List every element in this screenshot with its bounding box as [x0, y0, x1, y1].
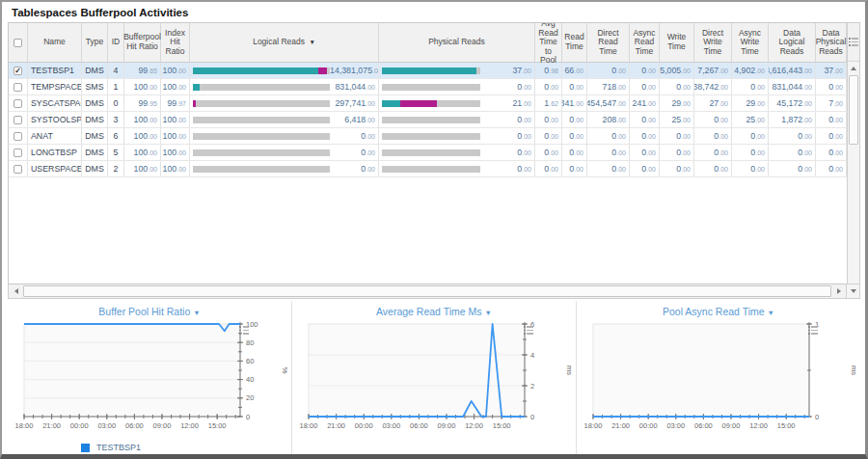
- row-checkbox[interactable]: [14, 148, 22, 157]
- logical_reads-bar: [193, 133, 330, 140]
- column-header-async_read[interactable]: Async Read Time: [630, 23, 660, 62]
- cell-bp_hit: 100.00: [124, 161, 161, 176]
- column-header-avg_pool[interactable]: Avg Read Time to Pool: [535, 23, 562, 62]
- column-chooser-icon[interactable]: [849, 38, 858, 46]
- column-header-write_time[interactable]: Write Time: [660, 23, 694, 62]
- column-header-logical_reads[interactable]: Logical Reads ▼: [190, 23, 379, 62]
- column-header-async_write[interactable]: Async Write Time: [732, 23, 769, 62]
- cell-avg_pool: 0.00: [535, 128, 562, 144]
- column-header-physical_reads[interactable]: Physical Reads: [379, 23, 535, 62]
- row-checkbox[interactable]: [14, 132, 22, 141]
- table-row[interactable]: LONGTBSPDMS5100.00100.000.000.000.000.00…: [9, 145, 847, 161]
- chart-menu-icon[interactable]: [239, 326, 249, 335]
- cell-avg_pool: 0.00: [535, 79, 562, 94]
- column-header-data_logical[interactable]: Data Logical Reads: [769, 23, 816, 62]
- svg-text:2: 2: [530, 382, 534, 391]
- cell-id: 6: [108, 128, 124, 144]
- column-header-idx_hit[interactable]: Index Hit Ratio: [161, 23, 190, 62]
- row-checkbox[interactable]: [14, 99, 22, 108]
- chart-title-label: Average Read Time Ms: [376, 306, 482, 317]
- column-header-direct_read[interactable]: Direct Read Time: [587, 23, 630, 62]
- svg-text:15:00: 15:00: [493, 421, 511, 430]
- table-row[interactable]: SYSTOOLSPACEDMS3100.00100.006,418.000.00…: [9, 112, 847, 128]
- cell-read_time: 0.00: [562, 112, 587, 127]
- cell-bp_hit: 100.00: [124, 79, 161, 94]
- scroll-up-button[interactable]: [848, 62, 859, 74]
- scroll-left-button[interactable]: [9, 284, 22, 298]
- cell-bp_hit: 100.00: [124, 112, 161, 127]
- vertical-scrollbar[interactable]: [847, 22, 860, 284]
- svg-text:00:00: 00:00: [639, 421, 658, 430]
- cell-id: 2: [108, 161, 124, 176]
- cell-name: TEMPSPACE1: [28, 79, 82, 94]
- cell-name: LONGTBSP: [28, 145, 82, 160]
- svg-text:15:00: 15:00: [777, 421, 796, 430]
- column-header-read_time[interactable]: Read Time: [562, 23, 587, 62]
- svg-text:ms: ms: [565, 365, 573, 375]
- cell-avg_pool: 0.98: [535, 63, 562, 78]
- chart-panel-average-read-time: Average Read Time Ms▼ 0246ms18:0021:0000…: [291, 301, 576, 455]
- column-header-check[interactable]: [9, 23, 28, 62]
- chart-menu-icon[interactable]: [524, 326, 533, 335]
- svg-text:15:00: 15:00: [208, 421, 227, 430]
- cell-async_write: 0.00: [732, 161, 769, 176]
- cell-check: [9, 145, 28, 160]
- table-row[interactable]: ANATDMS6100.00100.000.000.000.000.000.00…: [9, 128, 847, 145]
- cell-idx_hit: 100.00: [161, 161, 190, 176]
- physical_reads-bar: [382, 100, 480, 107]
- scroll-down-button[interactable]: [847, 284, 860, 299]
- cell-async_write: 25.00: [732, 112, 769, 127]
- row-checkbox[interactable]: [14, 83, 22, 92]
- cell-idx_hit: 100.00: [161, 79, 190, 94]
- scroll-right-button[interactable]: [832, 284, 846, 298]
- cell-avg_pool: 0.00: [535, 145, 562, 160]
- row-checkbox[interactable]: [14, 116, 22, 124]
- chart-title-dropdown[interactable]: Buffer Pool Hit Ratio▼: [8, 301, 291, 317]
- column-header-id[interactable]: ID: [108, 23, 124, 62]
- charts-section: Buffer Pool Hit Ratio▼ 020406080100%18:0…: [8, 301, 860, 455]
- chart-panel-pool-async-read-time: Pool Async Read Time▼ 01ms18:0021:0000:0…: [576, 301, 860, 455]
- horizontal-scrollbar[interactable]: [8, 284, 847, 299]
- cell-direct_read: 208.00: [587, 112, 630, 127]
- cell-id: 3: [108, 112, 124, 127]
- cell-idx_hit: 99.97: [161, 95, 190, 111]
- column-header-data_physical[interactable]: Data Physical Reads: [816, 23, 847, 62]
- chart-title-dropdown[interactable]: Pool Async Read Time▼: [577, 301, 860, 317]
- logical_reads-bar: [193, 68, 330, 74]
- column-header-bp_hit[interactable]: Bufferpool Hit Ratio: [124, 23, 161, 62]
- table-row[interactable]: TESTBSP1DMS499.65100.0014,381,075.0037.0…: [9, 63, 847, 79]
- cell-idx_hit: 100.00: [161, 63, 190, 78]
- svg-text:0: 0: [246, 413, 250, 421]
- logical_reads-bar: [193, 149, 330, 156]
- select-all-checkbox[interactable]: [14, 39, 22, 47]
- cell-data_logical: 831,044.00: [769, 79, 816, 94]
- column-header-type[interactable]: Type: [82, 23, 108, 62]
- cell-async_read: 0.00: [630, 161, 660, 176]
- table-row[interactable]: TEMPSPACE1SMS1100.00100.00831,044.000.00…: [9, 79, 847, 95]
- table-row[interactable]: USERSPACE1DMS2100.00100.000.000.000.000.…: [9, 161, 847, 177]
- vertical-scroll-track[interactable]: [848, 74, 859, 284]
- horizontal-scroll-thumb[interactable]: [23, 285, 831, 297]
- cell-write_time: 29.00: [660, 95, 694, 111]
- cell-physical_reads: 0.00: [379, 161, 535, 176]
- column-header-name[interactable]: Name: [28, 23, 82, 62]
- chart-menu-icon[interactable]: [808, 326, 818, 335]
- svg-text:18:00: 18:00: [300, 421, 318, 430]
- cell-logical_reads: 297,741.00: [190, 95, 379, 111]
- cell-check: [9, 128, 28, 144]
- vertical-scroll-thumb[interactable]: [849, 75, 858, 145]
- table-row[interactable]: SYSCATSPACEDMS099.9599.97297,741.0021.00…: [9, 95, 847, 112]
- cell-physical_reads: 21.00: [379, 95, 535, 111]
- chevron-down-icon: ▼: [193, 309, 200, 317]
- cell-direct_read: 0.00: [587, 161, 630, 176]
- column-header-direct_write[interactable]: Direct Write Time: [694, 23, 732, 62]
- cell-direct_write: 38,742.00: [694, 79, 732, 94]
- cell-write_time: 0.00: [660, 79, 694, 94]
- chart-title-dropdown[interactable]: Average Read Time Ms▼: [292, 301, 576, 317]
- chart-canvas: 01ms18:0021:0000:0003:0006:0009:0012:001…: [580, 318, 857, 440]
- cell-write_time: 0.00: [660, 128, 694, 144]
- row-checkbox[interactable]: [14, 165, 22, 174]
- row-checkbox[interactable]: [14, 67, 22, 75]
- cell-name: ANAT: [28, 128, 82, 144]
- cell-direct_read: 454,547.00: [587, 95, 630, 111]
